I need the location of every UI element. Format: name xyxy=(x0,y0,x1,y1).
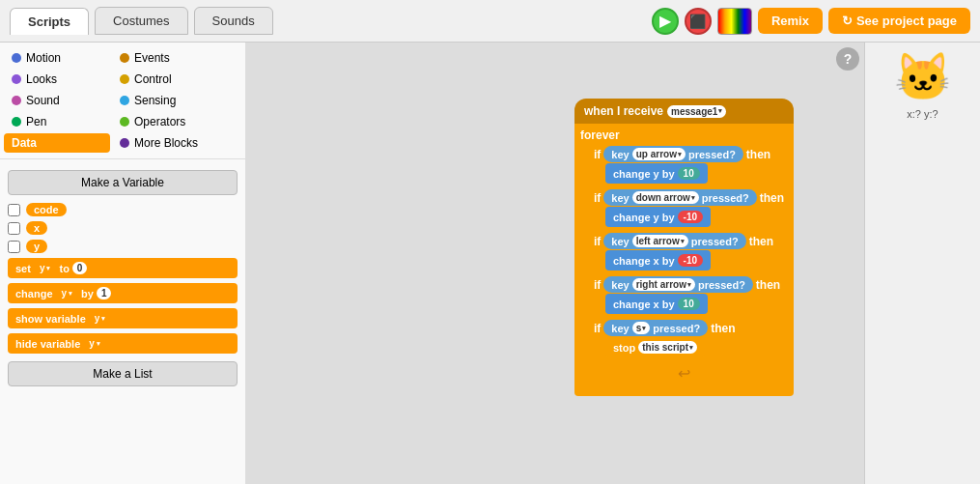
script-canvas[interactable]: ? when I receive message1 forever if xyxy=(246,43,864,484)
arrow-icon: ↻ xyxy=(842,14,853,28)
then-label-5: then xyxy=(711,322,735,335)
cat-more-blocks[interactable]: More Blocks xyxy=(112,133,218,153)
key-left-dropdown[interactable]: left arrow xyxy=(632,235,688,247)
change-x-label-1: change x by xyxy=(613,255,675,267)
cat-sound[interactable]: Sound xyxy=(4,91,110,110)
operators-dot xyxy=(120,117,129,127)
key-right-dropdown[interactable]: right arrow xyxy=(632,278,695,291)
show-variable-block[interactable]: show variable y xyxy=(8,308,238,328)
set-block[interactable]: set y to 0 xyxy=(8,258,238,278)
if-left-header: if key left arrow pressed? then xyxy=(594,233,784,249)
make-list-button[interactable]: Make a List xyxy=(8,361,238,386)
var-x-checkbox[interactable] xyxy=(8,222,20,235)
stop-this-script[interactable]: stop this script xyxy=(605,337,705,357)
make-variable-button[interactable]: Make a Variable xyxy=(8,170,238,195)
tab-costumes[interactable]: Costumes xyxy=(95,7,188,35)
cat-looks[interactable]: Looks xyxy=(4,70,110,89)
val-neg10-1: -10 xyxy=(678,211,703,223)
then-label-1: then xyxy=(746,148,770,161)
green-flag-button[interactable]: ▶ xyxy=(652,8,679,35)
var-y-row: y xyxy=(8,240,238,253)
sprite-panel: 🐱 x:? y:? xyxy=(864,43,980,484)
if-down-body: change y by -10 xyxy=(605,207,784,227)
hide-var-label: hide variable xyxy=(15,338,80,350)
if-left-body: change x by -10 xyxy=(605,250,784,270)
pressed-label-2: pressed? xyxy=(702,192,749,204)
change-x-10[interactable]: change x by 10 xyxy=(605,294,708,314)
if-label-3: if xyxy=(594,235,601,248)
key-s-dropdown[interactable]: s xyxy=(632,322,651,334)
key-down-dropdown[interactable]: down arrow xyxy=(632,191,699,204)
cat-control[interactable]: Control xyxy=(112,70,218,89)
hide-var-dropdown[interactable]: y xyxy=(83,337,106,350)
key-right-condition: key right arrow pressed? xyxy=(603,276,753,293)
hide-variable-block[interactable]: hide variable y xyxy=(8,333,238,354)
change-x-neg10[interactable]: change x by -10 xyxy=(605,250,711,270)
receive-hat: when I receive message1 xyxy=(574,99,794,124)
pressed-label-4: pressed? xyxy=(698,279,745,291)
key-up-dropdown[interactable]: up arrow xyxy=(632,148,686,160)
remix-button[interactable]: Remix xyxy=(758,8,823,34)
key-s-condition: key s pressed? xyxy=(603,320,708,336)
cat-pen[interactable]: Pen xyxy=(4,112,110,131)
cat-data-label: Data xyxy=(12,136,37,150)
var-y-checkbox[interactable] xyxy=(8,241,20,253)
motion-dot xyxy=(12,53,21,63)
if-down-header: if key down arrow pressed? then xyxy=(594,189,784,206)
main-script: when I receive message1 forever if key u… xyxy=(574,99,794,396)
cat-data[interactable]: Data xyxy=(4,133,110,153)
see-project-button[interactable]: ↻ See project page xyxy=(828,8,970,34)
change-var-dropdown[interactable]: y xyxy=(56,287,79,299)
cat-events[interactable]: Events xyxy=(112,48,218,68)
cat-looks-label: Looks xyxy=(26,72,57,86)
if-right-header: if key right arrow pressed? then xyxy=(594,276,784,293)
cat-sensing[interactable]: Sensing xyxy=(112,91,218,110)
if-down-block: if key down arrow pressed? then change y… xyxy=(580,187,788,231)
show-var-dropdown[interactable]: y xyxy=(89,312,112,325)
val-10-pos: 10 xyxy=(678,167,700,180)
receive-label: when I receive xyxy=(584,104,663,118)
cat-pen-label: Pen xyxy=(26,115,46,128)
key-down-condition: key down arrow pressed? xyxy=(603,189,756,206)
set-var-dropdown[interactable]: y xyxy=(34,262,57,274)
cat-operators[interactable]: Operators xyxy=(112,112,218,131)
main-area: Motion Events Looks Control Sound Sensin… xyxy=(0,43,980,484)
key-label-4: key xyxy=(611,279,629,291)
forever-arrow: ↩ xyxy=(580,361,788,385)
if-s-header: if key s pressed? then xyxy=(594,320,784,336)
then-label-4: then xyxy=(756,278,780,292)
change-val: 1 xyxy=(97,287,112,299)
change-block[interactable]: change y by 1 xyxy=(8,283,238,303)
events-dot xyxy=(120,53,129,63)
change-y-10[interactable]: change y by 10 xyxy=(605,163,708,184)
cat-motion-label: Motion xyxy=(26,51,61,65)
cat-sensing-label: Sensing xyxy=(134,94,176,107)
stop-button[interactable]: ⬛ xyxy=(685,8,712,35)
cat-motion[interactable]: Motion xyxy=(4,48,110,68)
if-right-body: change x by 10 xyxy=(605,294,784,314)
looks-dot xyxy=(12,74,21,84)
sensing-dot xyxy=(120,96,129,105)
change-y-neg10[interactable]: change y by -10 xyxy=(605,207,711,227)
cat-events-label: Events xyxy=(134,51,170,65)
stop-dropdown[interactable]: this script xyxy=(638,341,697,354)
color-button[interactable] xyxy=(717,8,752,35)
var-y-pill: y xyxy=(26,240,47,253)
cat-control-label: Control xyxy=(134,72,172,86)
help-button[interactable]: ? xyxy=(836,47,859,71)
show-var-label: show variable xyxy=(15,313,86,325)
var-code-checkbox[interactable] xyxy=(8,204,20,216)
canvas-wrap: ? when I receive message1 forever if xyxy=(246,43,864,484)
var-x-row: x xyxy=(8,221,238,235)
var-code-row: code xyxy=(8,203,238,216)
if-s-block: if key s pressed? then stop this sc xyxy=(580,318,788,361)
tab-sounds[interactable]: Sounds xyxy=(194,7,273,35)
set-to-label: to xyxy=(59,263,69,274)
left-panel: Motion Events Looks Control Sound Sensin… xyxy=(0,43,246,484)
tab-scripts[interactable]: Scripts xyxy=(10,8,89,35)
sound-dot xyxy=(12,96,21,105)
if-left-block: if key left arrow pressed? then change x… xyxy=(580,231,788,274)
blocks-panel: Make a Variable code x y set y to 0 xyxy=(0,159,245,397)
key-left-condition: key left arrow pressed? xyxy=(603,233,745,249)
message-dropdown[interactable]: message1 xyxy=(667,105,726,118)
